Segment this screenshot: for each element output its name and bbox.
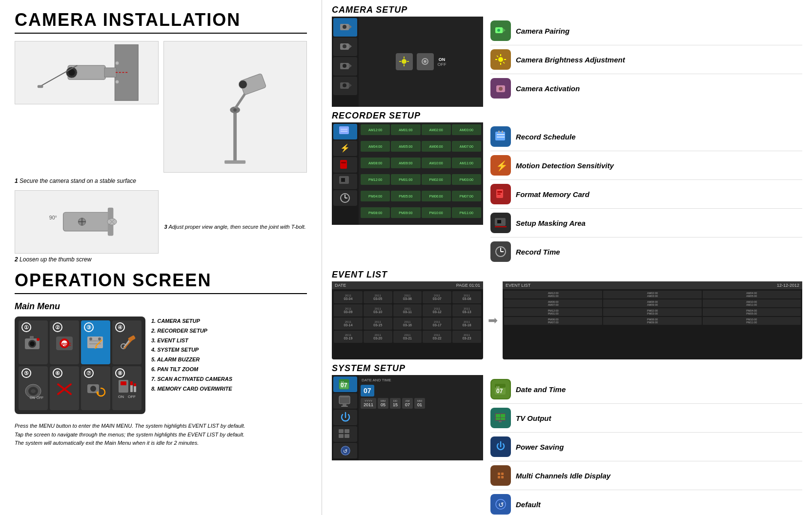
record-time-icon [490, 241, 511, 262]
menu-item-3[interactable]: ③ [81, 320, 110, 364]
main-menu-grid[interactable]: ① ② [15, 317, 145, 414]
cam-sidebar-2[interactable] [333, 38, 357, 56]
system-setup-content: 07 12 [332, 375, 802, 515]
menu-item-4[interactable]: ④ [112, 320, 142, 364]
menu-icon-camera [19, 329, 48, 356]
rec-sidebar-5[interactable] [333, 190, 357, 206]
cam-sidebar-3[interactable] [333, 57, 357, 76]
record-schedule-label: Record Schedule [516, 133, 576, 141]
recorder-setup-preview: ⚡ [332, 122, 483, 225]
event-time-cell[interactable]: PM06:00PM07:00 [504, 317, 602, 325]
sys-field-yyyy[interactable]: YYYY 2011 [361, 398, 376, 409]
feature-camera-pairing[interactable]: Camera Pairing [490, 17, 802, 45]
sys-field-am[interactable]: AM 07 [402, 398, 413, 409]
svg-text:⚡: ⚡ [496, 160, 508, 172]
event-time-cell[interactable]: PM04:00PM05:00 [703, 308, 801, 316]
event-time-cell[interactable]: PM10:00PM11:00 [703, 317, 801, 325]
sys-sidebar-default[interactable]: ↺ [333, 443, 357, 458]
menu-item-8[interactable]: ⑧ ON [112, 366, 142, 410]
sys-field-mm1[interactable]: MM 05 [378, 398, 388, 409]
event-date-cell[interactable]: 201103-14 [334, 317, 363, 330]
datetime-icon: 12 07 [490, 379, 511, 399]
rec-time-cell: PM11:00 [452, 207, 481, 218]
sys-field-dd[interactable]: DD 15 [390, 398, 401, 409]
event-date-cell[interactable]: 201103-06 [393, 291, 422, 303]
rec-sidebar-2[interactable]: ⚡ [333, 140, 357, 156]
menu-item-1[interactable]: ① [19, 320, 48, 364]
rec-time-cell: PM04:00 [361, 191, 390, 201]
menu-item-6[interactable]: ⑥ [50, 366, 79, 410]
svg-marker-82 [503, 28, 506, 33]
rec-time-cell: AM04:00 [361, 141, 390, 152]
svg-point-47 [31, 389, 36, 393]
event-date-cell[interactable]: 201103-07 [423, 291, 451, 303]
step3-caption: 3 Adjust proper view angle, then secure … [164, 224, 306, 230]
event-time-cell[interactable]: AM08:00AM09:00 [603, 299, 701, 307]
rec-time-cell: AM03:00 [452, 124, 481, 135]
event-date-cell[interactable]: 201103-08 [452, 291, 481, 303]
rec-sidebar-3[interactable] [333, 157, 357, 173]
event-date-cell[interactable]: 201103-20 [364, 331, 392, 343]
cam-sidebar-icon-4 [339, 79, 352, 93]
event-time-cell[interactable]: PM02:00PM03:00 [603, 308, 701, 316]
feature-masking[interactable]: Setup Masking Area [490, 209, 802, 238]
cam-sidebar-1[interactable] [333, 18, 357, 37]
sys-sidebar-multi[interactable] [333, 426, 357, 442]
event-date-cell[interactable]: 201103-10 [364, 304, 392, 317]
feature-format[interactable]: Format Memory Card [490, 180, 802, 209]
feature-brightness[interactable]: Camera Brightness Adjustment [490, 45, 802, 74]
menu-item-2[interactable]: ② REC [50, 320, 79, 364]
event-date-cell[interactable]: 201103-04 [334, 291, 363, 303]
sys-sidebar-datetime[interactable]: 07 12 [333, 376, 357, 392]
feature-default[interactable]: ↺ Default [490, 490, 802, 515]
feature-motion[interactable]: ⚡ Motion Detection Sensitivity [490, 151, 802, 180]
rec-sidebar-4[interactable] [333, 174, 357, 189]
event-time-cell[interactable]: AM06:00AM07:00 [504, 299, 602, 307]
sun-icon [398, 56, 410, 68]
feature-record-time[interactable]: Record Time [490, 238, 802, 266]
event-date-cell[interactable]: 201103-22 [423, 331, 451, 343]
brightness-icon [396, 53, 413, 70]
rec-sidebar-1[interactable] [333, 124, 357, 139]
feature-record-schedule[interactable]: Record Schedule [490, 122, 802, 151]
sys-field-mm2[interactable]: MM 01 [414, 398, 425, 409]
event-time-cell[interactable]: PM08:00PM09:00 [603, 317, 701, 325]
event-time-cell[interactable]: AM12:00AM01:00 [504, 291, 602, 298]
event-time-cell[interactable]: PM12:00PM01:00 [504, 308, 602, 316]
cam-sidebar [332, 17, 359, 107]
svg-point-71 [343, 83, 346, 87]
event-time-cell[interactable]: AM02:00AM03:00 [603, 291, 701, 298]
sys-sidebar-power[interactable] [333, 410, 357, 425]
event-date-cell[interactable]: 201103-13 [452, 304, 481, 317]
event-date-cell[interactable]: 201103-19 [334, 331, 363, 343]
event-date-cell[interactable]: 201103-16 [393, 317, 422, 330]
event-date-cell[interactable]: 201103-23 [452, 331, 481, 343]
feature-activation[interactable]: Camera Activation [490, 74, 802, 102]
event-time-cell[interactable]: AM04:00AM05:00 [703, 291, 801, 298]
event-date-cell[interactable]: 201103-11 [393, 304, 422, 317]
menu-item-5[interactable]: ⑤ ON OFF [19, 366, 48, 410]
event-date-cell[interactable]: 201103-12 [423, 304, 451, 317]
svg-rect-92 [339, 126, 349, 134]
event-date-cell[interactable]: 201103-15 [364, 317, 392, 330]
masking-label: Setup Masking Area [516, 219, 586, 227]
event-time-cell[interactable]: AM10:00AM11:00 [703, 299, 801, 307]
operation-title: OPERATION SCREEN [15, 270, 307, 291]
cam-sidebar-4[interactable] [333, 77, 357, 95]
feature-datetime[interactable]: 12 07 Date and Time [490, 375, 802, 404]
press-info-2: Tap the screen to navigate through the m… [15, 431, 307, 439]
svg-line-89 [503, 62, 505, 63]
event-date-cell[interactable]: 201103-21 [393, 331, 422, 343]
svg-point-79 [424, 60, 426, 63]
event-date-cell[interactable]: 201103-18 [452, 317, 481, 330]
event-date-cell[interactable]: 201103-09 [334, 304, 363, 317]
feature-power[interactable]: Power Saving [490, 433, 802, 461]
feature-tv[interactable]: TV Output [490, 404, 802, 433]
event-date-cell[interactable]: 201103-17 [423, 317, 451, 330]
event-date-cell[interactable]: 201103-05 [364, 291, 392, 303]
sys-sidebar-tv[interactable] [333, 393, 357, 409]
rec-time-cell: AM02:00 [422, 124, 451, 135]
feature-multichannel[interactable]: Multi Channels Idle Display [490, 461, 802, 490]
menu-item-7[interactable]: ⑦ [81, 366, 110, 410]
rec-time-cell: PM09:00 [391, 207, 420, 218]
